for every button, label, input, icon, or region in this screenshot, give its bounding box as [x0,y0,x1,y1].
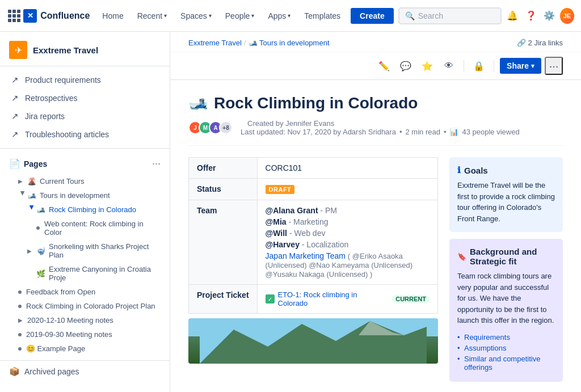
team-member-2: @Mia - Marketing [266,217,430,226]
created-by-text: Created by Jennifer Evans [247,119,520,128]
breadcrumb-sep-1: / [244,39,246,47]
tree-item-current-tours[interactable]: ▶ 🌋 Current Tours [0,174,170,188]
nav-templates[interactable]: Templates [298,8,346,24]
tree-item-example[interactable]: 😊 Example Page [0,342,170,356]
share-chevron-icon: ▾ [531,62,534,70]
updated-text: Last updated: Nov 17, 2020 by Adarsh Sri… [241,128,520,136]
edit-button[interactable]: ✏️ [375,57,393,75]
goals-panel: ℹ Goals Exxtreme Travel will be the firs… [449,157,563,232]
sidebar: ✈ Exxtreme Travel ↗ Product requirements… [0,32,170,392]
page-title-emoji: 🎿 [188,94,208,112]
space-header[interactable]: ✈ Exxtreme Travel [0,32,170,66]
nav-people[interactable]: People ▾ [220,8,260,24]
jira-icon: 🔗 [517,39,526,47]
japan-team-link[interactable]: Japan Marketing Team [266,251,346,260]
project-ticket-value: ✓ ETO-1: Rock climbing in Colorado CURRE… [257,285,437,314]
chevron-down-icon: ▶ [29,205,35,214]
settings-button[interactable]: ⚙️ [541,7,558,25]
search-box[interactable]: 🔍 Search [398,7,502,24]
breadcrumb-space[interactable]: Exxtreme Travel [188,39,242,47]
archive-icon: 📦 [9,366,20,377]
avatar-count[interactable]: +8 [219,121,233,134]
assumptions-link[interactable]: Assumptions [457,344,555,352]
views-icon: 📊 [449,128,458,136]
logo[interactable]: ✕ Confluence [23,9,90,23]
jira-ticket-icon: ✓ [266,294,275,304]
offer-value: CORC101 [257,158,437,179]
chevron-down-icon: ▶ [20,191,26,200]
tree-item-rock-climbing-colorado[interactable]: ▶ 🎿 Rock Climbing in Colorado [0,203,170,217]
mountain-image [188,318,438,364]
status-value: DRAFT [257,179,437,200]
chevron-right-icon: ▶ [18,317,27,323]
more-options-icon[interactable]: ··· [152,158,161,170]
main-content: Exxtreme Travel / 🎿 Tours in development… [170,32,581,392]
nav-spaces[interactable]: Spaces ▾ [175,8,217,24]
sidebar-item-retrospectives[interactable]: ↗ Retrospectives [0,89,170,107]
sidebar-item-jira-reports[interactable]: ↗ Jira reports [0,107,170,125]
toolbar-divider-1 [464,60,464,71]
offer-label: Offer [189,158,258,179]
tree-item-meeting-2020[interactable]: ▶ 2020-12-10 Meeting notes [0,313,170,327]
background-panel-text: Team rock climbing tours are very popula… [457,271,555,326]
create-button[interactable]: Create [351,8,394,24]
japan-team: Japan Marketing Team ( @Eriko Asaoka (Un… [266,251,430,279]
bookmark-icon: 🔖 [457,252,466,261]
tree-item-tours-in-development[interactable]: ▶ 🎿 Tours in development [0,188,170,203]
similar-offerings-link[interactable]: Similar and competitive offerings [457,355,555,372]
contributor-avatars: J M A +8 [188,121,229,134]
more-actions-button[interactable]: ··· [545,57,563,75]
page-title-row: 🎿 Rock Climbing in Colorado [188,94,563,112]
help-button[interactable]: ❓ [523,7,539,25]
tree-item-meeting-2019[interactable]: 2019-09-30 Meeting notes [0,327,170,342]
table-row-team: Team @Alana Grant - PM @Mia - Marketing [189,200,438,285]
grid-menu-button[interactable] [7,8,21,24]
content-main-area: Offer CORC101 Status DRAFT Team [188,157,438,389]
nav-home[interactable]: Home [96,8,129,24]
nav-apps[interactable]: Apps ▾ [262,8,296,24]
status-label: Status [189,179,258,200]
dot-icon [18,305,22,308]
restrict-button[interactable]: 🔒 [470,57,488,75]
dot-icon [18,347,22,351]
dot-icon [18,290,22,294]
tree-item-canyoning[interactable]: ▶ 🌿 Exxtreme Canyoning in Croatia Proje [0,262,170,285]
search-placeholder: Search [418,11,443,20]
pages-section-header[interactable]: 📄 Pages ··· [0,153,170,174]
breadcrumb-bar: Exxtreme Travel / 🎿 Tours in development… [170,32,581,52]
comment-button[interactable]: 💬 [397,57,415,75]
project-ticket-label: Project Ticket [189,285,258,314]
team-label: Team [189,200,258,285]
archived-pages-link[interactable]: 📦 Archived pages [0,361,170,382]
tree-item-web-content[interactable]: Web content: Rock climbing in Color [0,217,170,239]
confluence-logo-text: Confluence [40,11,90,21]
external-link-icon: ↗ [9,93,20,103]
goals-panel-title: ℹ Goals [457,165,555,175]
meta-dot-1: • [399,128,402,136]
team-member-4: @Harvey - Localization [266,240,430,249]
page-title: Rock Climbing in Colorado [214,94,418,112]
star-button[interactable]: ⭐ [418,57,436,75]
nav-recent[interactable]: Recent ▾ [132,8,172,24]
tree-item-snorkeling[interactable]: ▶ 🤿 Snorkeling with Sharks Project Plan [0,239,170,262]
notifications-button[interactable]: 🔔 [504,7,520,25]
breadcrumb-parent[interactable]: 🎿 Tours in development [249,39,330,47]
top-navigation: ✕ Confluence Home Recent ▾ Spaces ▾ Peop… [0,0,581,32]
table-row-project-ticket: Project Ticket ✓ ETO-1: Rock climbing in… [189,285,438,314]
meta-dot-2: • [444,128,447,136]
jira-ticket-link[interactable]: ETO-1: Rock climbing in Colorado [278,290,386,307]
tree-item-feedback[interactable]: Feedback from Open [0,285,170,299]
share-button[interactable]: Share ▾ [500,58,541,74]
requirements-link[interactable]: Requirements [457,333,555,342]
panel-links: Requirements Assumptions Similar and com… [457,333,555,372]
sidebar-item-troubleshooting[interactable]: ↗ Troubleshooting articles [0,125,170,144]
sidebar-item-product-requirements[interactable]: ↗ Product requirements [0,71,170,89]
watch-button[interactable]: 👁 [440,57,458,75]
space-name: Exxtreme Travel [33,45,98,55]
tree-item-rock-climbing-plan[interactable]: Rock Climbing in Colorado Project Plan [0,299,170,313]
current-badge: CURRENT [392,295,430,303]
user-avatar[interactable]: JE [560,8,574,24]
jira-links-button[interactable]: 🔗 2 Jira links [517,39,563,47]
confluence-logo-icon: ✕ [23,9,37,23]
toolbar-divider-2 [494,60,494,71]
